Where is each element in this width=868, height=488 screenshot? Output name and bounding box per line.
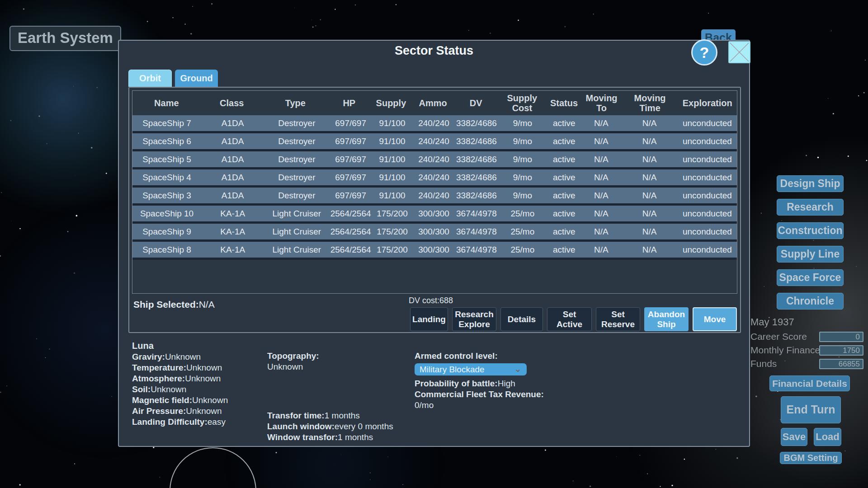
abandon-ship-button[interactable]: Abandon Ship xyxy=(644,307,689,331)
table-row[interactable]: SpaceShip 10KA-1ALight Cruiser2564/25641… xyxy=(132,206,737,224)
info-value: every 0 months xyxy=(335,422,393,431)
ship-selected-label: Ship Selected: xyxy=(133,299,199,310)
table-cell: 91/100 xyxy=(372,155,412,164)
table-cell: 3382/4686 xyxy=(455,118,498,128)
stat-row: Career Score0 xyxy=(750,331,864,342)
info-value: 1 months xyxy=(325,411,360,420)
tab-ground[interactable]: Ground xyxy=(175,70,218,87)
table-cell: A1DA xyxy=(201,118,264,128)
table-cell: SpaceShip 4 xyxy=(132,173,201,183)
table-cell: 697/697 xyxy=(329,173,372,183)
table-row[interactable]: SpaceShip 4A1DADestroyer697/69791/100240… xyxy=(132,169,737,188)
table-cell: 300/300 xyxy=(412,227,455,237)
info-line: Window transfor:1 months xyxy=(267,432,393,443)
column-header: Name xyxy=(132,98,201,108)
table-cell: unconducted xyxy=(678,118,737,128)
table-cell: 3674/4978 xyxy=(455,227,498,237)
table-cell: 697/697 xyxy=(329,155,372,164)
table-row[interactable]: SpaceShip 8KA-1ALight Cruiser2564/256417… xyxy=(132,242,737,260)
info-value: Unknown xyxy=(185,374,221,383)
menu-research-button[interactable]: Research xyxy=(777,199,844,216)
info-label: Soil: xyxy=(132,385,151,394)
table-cell: active xyxy=(547,245,581,255)
table-cell: N/A xyxy=(581,227,621,237)
ship-table: NameClassTypeHPSupplyAmmoDVSupply CostSt… xyxy=(132,90,737,294)
stat-label: Funds xyxy=(750,358,777,369)
column-header: Moving To xyxy=(581,93,622,113)
landing-button[interactable]: Landing xyxy=(410,307,448,331)
column-header: DV xyxy=(454,98,497,108)
question-mark-icon: ? xyxy=(700,44,709,61)
table-cell: 9/mo xyxy=(498,191,547,201)
right-menu: Design ShipResearchConstructionSupply Li… xyxy=(777,175,844,310)
column-header: Exploration xyxy=(678,98,737,108)
table-row[interactable]: SpaceShip 3A1DADestroyer697/69791/100240… xyxy=(132,188,737,206)
table-cell: 91/100 xyxy=(372,136,412,146)
set-reserve-button[interactable]: Set Reserve xyxy=(596,307,640,331)
help-button[interactable]: ? xyxy=(691,39,717,66)
close-button[interactable] xyxy=(728,41,750,63)
save-button[interactable]: Save xyxy=(781,428,807,446)
table-header: NameClassTypeHPSupplyAmmoDVSupply CostSt… xyxy=(132,91,737,115)
table-cell: 2564/2564 xyxy=(329,227,372,237)
table-row[interactable]: SpaceShip 6A1DADestroyer697/69791/100240… xyxy=(132,133,737,151)
table-cell: 25/mo xyxy=(498,227,547,237)
table-cell: N/A xyxy=(581,173,621,183)
table-cell: unconducted xyxy=(678,245,737,255)
table-cell: 3382/4686 xyxy=(455,191,498,201)
end-turn-button[interactable]: End Turn xyxy=(781,396,841,423)
table-cell: N/A xyxy=(622,227,678,237)
table-cell: N/A xyxy=(622,191,678,201)
table-cell: N/A xyxy=(581,209,621,219)
menu-chronicle-button[interactable]: Chronicle xyxy=(777,293,844,310)
status-stats: Career Score0Monthly Finance1750Funds668… xyxy=(750,331,864,369)
sector-status-dialog: Sector Status ? Orbit Ground NameClassTy… xyxy=(118,40,750,447)
table-cell: 240/240 xyxy=(412,173,455,183)
table-row[interactable]: SpaceShip 7A1DADestroyer697/69791/100240… xyxy=(132,115,737,133)
stat-value: 0 xyxy=(819,332,863,342)
table-cell: 3674/4978 xyxy=(455,209,498,219)
info-label: Magnetic field: xyxy=(132,395,192,405)
table-cell: unconducted xyxy=(678,173,737,183)
table-cell: KA-1A xyxy=(201,227,264,237)
body-stats-right: Armed control level: Military Blockade ⌄… xyxy=(415,351,604,411)
financial-details-button[interactable]: Financial Details xyxy=(769,375,850,391)
move-button[interactable]: Move xyxy=(693,307,737,331)
menu-construction-button[interactable]: Construction xyxy=(777,222,844,239)
table-cell: 91/100 xyxy=(372,118,412,128)
table-row[interactable]: SpaceShip 5A1DADestroyer697/69791/100240… xyxy=(132,151,737,169)
bgm-setting-button[interactable]: BGM Setting xyxy=(780,452,842,464)
ship-selected-value: N/A xyxy=(199,299,215,310)
research-explore-button[interactable]: Research Explore xyxy=(452,307,496,331)
info-value: easy xyxy=(208,417,226,427)
armed-control-label: Armed control level: xyxy=(415,351,498,361)
set-active-button[interactable]: Set Active xyxy=(547,307,592,331)
table-cell: 25/mo xyxy=(498,209,547,219)
column-header: Ammo xyxy=(411,98,454,108)
menu-space-force-button[interactable]: Space Force xyxy=(777,269,844,286)
table-cell: 3674/4978 xyxy=(455,245,498,255)
table-cell: N/A xyxy=(622,118,678,128)
status-panel: May 1937 Career Score0Monthly Finance175… xyxy=(750,316,864,464)
table-cell: A1DA xyxy=(201,173,264,183)
view-tabs: Orbit Ground xyxy=(128,70,218,87)
table-cell: 175/200 xyxy=(372,245,412,255)
details-button[interactable]: Details xyxy=(500,307,543,331)
load-button[interactable]: Load xyxy=(814,428,841,446)
info-value: Unknown xyxy=(186,406,222,416)
table-cell: unconducted xyxy=(678,227,737,237)
table-cell: 697/697 xyxy=(329,118,372,128)
info-line: Launch window:every 0 months xyxy=(267,421,393,432)
table-cell: N/A xyxy=(581,136,621,146)
armed-control-select[interactable]: Military Blockade ⌄ xyxy=(415,363,527,375)
table-cell: active xyxy=(547,173,581,183)
stat-row: Monthly Finance1750 xyxy=(750,345,864,356)
table-cell: A1DA xyxy=(201,191,264,201)
tab-orbit[interactable]: Orbit xyxy=(128,70,172,87)
table-cell: 3382/4686 xyxy=(455,173,498,183)
menu-design-ship-button[interactable]: Design Ship xyxy=(777,175,844,192)
menu-supply-line-button[interactable]: Supply Line xyxy=(777,246,844,263)
table-row[interactable]: SpaceShip 9KA-1ALight Cruiser2564/256417… xyxy=(132,224,737,242)
table-cell: SpaceShip 9 xyxy=(132,227,201,237)
table-cell: 300/300 xyxy=(412,209,455,219)
